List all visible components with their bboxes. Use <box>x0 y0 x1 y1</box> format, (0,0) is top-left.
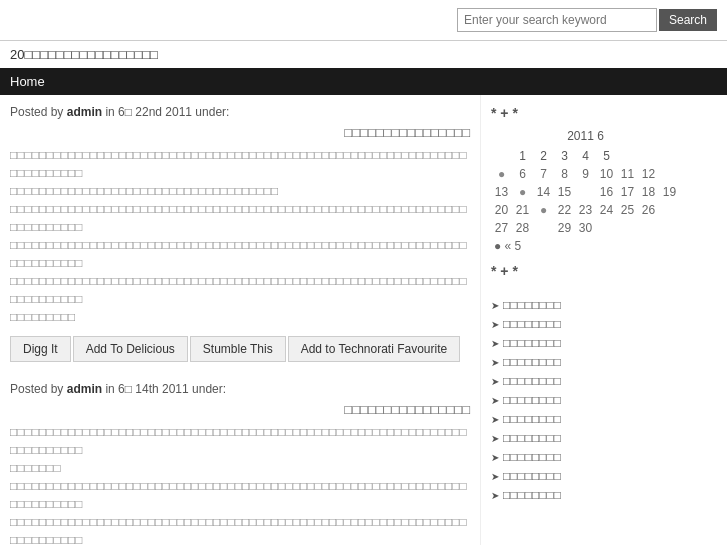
sidebar-link-item-6[interactable]: □□□□□□□□ <box>491 409 680 428</box>
sidebar-link-item-10[interactable]: □□□□□□□□ <box>491 485 680 504</box>
sidebar-link-5[interactable]: □□□□□□□□ <box>503 393 561 407</box>
site-title: 20□□□□□□□□□□□□□□□□□ <box>0 41 727 68</box>
nav: Home <box>0 68 727 95</box>
cal-cell-empty4 <box>617 219 638 237</box>
cal-cell-17[interactable]: 17 <box>617 183 638 201</box>
cal-cell-arrow3: ● <box>533 201 554 219</box>
cal-cell-arrow2: ● <box>512 183 533 201</box>
calendar-table: 1 2 3 4 5 ● 6 7 8 9 10 11 <box>491 147 680 255</box>
sidebar-link-item-1[interactable]: □□□□□□□□ <box>491 314 680 333</box>
sidebar-links-list: □□□□□□□□□□□□□□□□□□□□□□□□□□□□□□□□□□□□□□□□… <box>491 295 680 504</box>
post-2-body-line-2: □□□□□□□□□□□□□□□□□□□□□□□□□□□□□□□□□□□□□□□□… <box>10 477 470 513</box>
sidebar-link-9[interactable]: □□□□□□□□ <box>503 469 561 483</box>
post-1-meta-mid: in 6□ 22nd 2011 under: <box>102 105 229 119</box>
cal-cell-18[interactable]: 18 <box>638 183 659 201</box>
add-to-technorati-button[interactable]: Add to Technorati Favourite <box>288 336 461 362</box>
cal-cell-29[interactable]: 29 <box>554 219 575 237</box>
sidebar-link-item-7[interactable]: □□□□□□□□ <box>491 428 680 447</box>
cal-cell-12[interactable]: 12 <box>638 165 659 183</box>
post-1-author: admin <box>67 105 102 119</box>
sidebar-link-item-0[interactable]: □□□□□□□□ <box>491 295 680 314</box>
sidebar-link-6[interactable]: □□□□□□□□ <box>503 412 561 426</box>
post-2-body-line-0: □□□□□□□□□□□□□□□□□□□□□□□□□□□□□□□□□□□□□□□□… <box>10 423 470 459</box>
post-2-meta: Posted by admin in 6□ 14th 2011 under: <box>10 382 470 396</box>
cal-cell-9[interactable]: 9 <box>575 165 596 183</box>
cal-cell-13[interactable]: 13 <box>491 183 512 201</box>
cal-cell-30[interactable]: 30 <box>575 219 596 237</box>
cal-cell-15[interactable]: 15 <box>554 183 575 201</box>
sidebar-link-3[interactable]: □□□□□□□□ <box>503 355 561 369</box>
sidebar-link-10[interactable]: □□□□□□□□ <box>503 488 561 502</box>
search-input[interactable] <box>457 8 657 32</box>
search-button[interactable]: Search <box>659 9 717 31</box>
cal-th-3: 3 <box>554 147 575 165</box>
post-1-meta-prefix: Posted by <box>10 105 67 119</box>
calendar-title-symbol: * + * <box>491 105 518 121</box>
cal-row-4: 27 28 29 30 <box>491 219 680 237</box>
cal-cell-empty1 <box>575 183 596 201</box>
post-2: Posted by admin in 6□ 14th 2011 under: □… <box>10 382 470 545</box>
post-2-author: admin <box>67 382 102 396</box>
cal-cell-empty2 <box>533 219 554 237</box>
cal-cell-8[interactable]: 8 <box>554 165 575 183</box>
sidebar-link-item-4[interactable]: □□□□□□□□ <box>491 371 680 390</box>
post-1-body-line-2: □□□□□□□□□□□□□□□□□□□□□□□□□□□□□□□□□□□□□□□□… <box>10 200 470 236</box>
sidebar-link-1[interactable]: □□□□□□□□ <box>503 317 561 331</box>
add-to-delicious-button[interactable]: Add To Delicious <box>73 336 188 362</box>
post-2-body: □□□□□□□□□□□□□□□□□□□□□□□□□□□□□□□□□□□□□□□□… <box>10 423 470 545</box>
cal-cell-23[interactable]: 23 <box>575 201 596 219</box>
header: Search <box>0 0 727 41</box>
main-layout: Posted by admin in 6□ 22nd 2011 under: □… <box>0 95 727 545</box>
sidebar-link-item-2[interactable]: □□□□□□□□ <box>491 333 680 352</box>
cal-cell-28[interactable]: 28 <box>512 219 533 237</box>
cal-row-3: 20 21 ● 22 23 24 25 26 <box>491 201 680 219</box>
post-1-body-line-0: □□□□□□□□□□□□□□□□□□□□□□□□□□□□□□□□□□□□□□□□… <box>10 146 470 182</box>
cal-cell-27[interactable]: 27 <box>491 219 512 237</box>
sidebar-link-8[interactable]: □□□□□□□□ <box>503 450 561 464</box>
cal-cell-20[interactable]: 20 <box>491 201 512 219</box>
cal-th-5: 5 <box>596 147 617 165</box>
cal-cell-22[interactable]: 22 <box>554 201 575 219</box>
cal-cell-26[interactable]: 26 <box>638 201 659 219</box>
cal-th-1: 1 <box>512 147 533 165</box>
cal-cell-14[interactable]: 14 <box>533 183 554 201</box>
cal-cell-empty3 <box>596 219 617 237</box>
post-1-body-line-4: □□□□□□□□□□□□□□□□□□□□□□□□□□□□□□□□□□□□□□□□… <box>10 272 470 308</box>
cal-row-nav: ● « 5 <box>491 237 680 255</box>
digg-it-button[interactable]: Digg It <box>10 336 71 362</box>
sidebar-link-item-8[interactable]: □□□□□□□□ <box>491 447 680 466</box>
post-1-body-line-3: □□□□□□□□□□□□□□□□□□□□□□□□□□□□□□□□□□□□□□□□… <box>10 236 470 272</box>
sidebar-link-item-5[interactable]: □□□□□□□□ <box>491 390 680 409</box>
cal-cell-24[interactable]: 24 <box>596 201 617 219</box>
calendar-title-symbol-2: * + * <box>491 263 518 279</box>
cal-th-4: 4 <box>575 147 596 165</box>
cal-cell-21[interactable]: 21 <box>512 201 533 219</box>
cal-cell-16[interactable]: 16 <box>596 183 617 201</box>
cal-cell-10[interactable]: 10 <box>596 165 617 183</box>
sidebar-link-item-3[interactable]: □□□□□□□□ <box>491 352 680 371</box>
cal-cell-19[interactable]: 19 <box>659 183 680 201</box>
calendar-widget-title-2: * + * <box>491 263 680 279</box>
post-1-body: □□□□□□□□□□□□□□□□□□□□□□□□□□□□□□□□□□□□□□□□… <box>10 146 470 326</box>
stumble-this-button[interactable]: Stumble This <box>190 336 286 362</box>
cal-cell-6[interactable]: 6 <box>512 165 533 183</box>
cal-cell-11[interactable]: 11 <box>617 165 638 183</box>
post-1-body-line-5: □□□□□□□□□ <box>10 308 470 326</box>
sidebar-link-item-9[interactable]: □□□□□□□□ <box>491 466 680 485</box>
search-box: Search <box>457 8 717 32</box>
post-1-meta: Posted by admin in 6□ 22nd 2011 under: <box>10 105 470 119</box>
sidebar-link-2[interactable]: □□□□□□□□ <box>503 336 561 350</box>
post-2-body-line-1: □□□□□□□ <box>10 459 470 477</box>
cal-cell-7[interactable]: 7 <box>533 165 554 183</box>
sidebar-links-widget: □□□□□□□□□□□□□□□□□□□□□□□□□□□□□□□□□□□□□□□□… <box>491 295 680 504</box>
sidebar-link-0[interactable]: □□□□□□□□ <box>503 298 561 312</box>
cal-cell-25[interactable]: 25 <box>617 201 638 219</box>
nav-home-link[interactable]: Home <box>10 74 45 89</box>
sidebar-link-7[interactable]: □□□□□□□□ <box>503 431 561 445</box>
calendar-month-label: 2011 6 <box>491 129 680 143</box>
sidebar: * + * 2011 6 1 2 3 4 5 ● <box>480 95 690 545</box>
cal-nav-prev[interactable]: ● « 5 <box>491 237 659 255</box>
sidebar-link-4[interactable]: □□□□□□□□ <box>503 374 561 388</box>
cal-row-1: ● 6 7 8 9 10 11 12 <box>491 165 680 183</box>
post-1-body-line-1: □□□□□□□□□□□□□□□□□□□□□□□□□□□□□□□□□□□□□ <box>10 182 470 200</box>
